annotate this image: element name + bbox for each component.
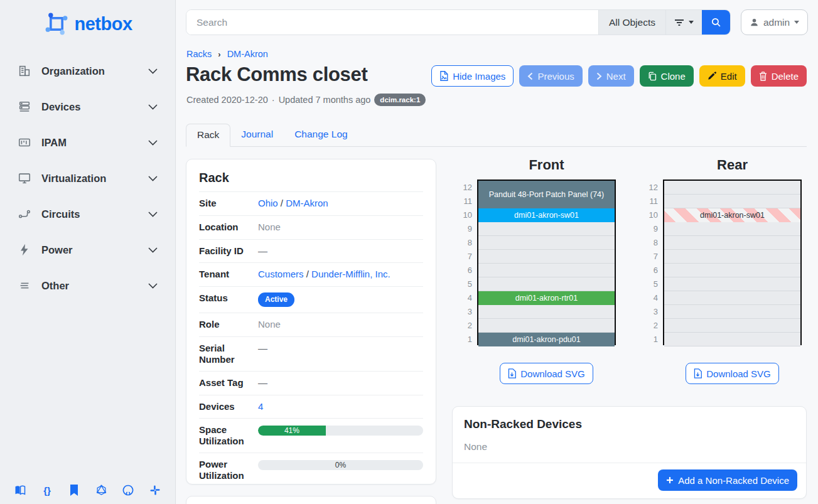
search-filter-button[interactable] bbox=[665, 10, 702, 35]
unit-number-label: 4 bbox=[456, 291, 472, 305]
copy-icon bbox=[648, 72, 657, 81]
empty-rack-unit[interactable] bbox=[664, 305, 800, 319]
tab-change-log[interactable]: Change Log bbox=[284, 124, 358, 146]
rack-device[interactable]: dmi01-akron-rtr01 bbox=[478, 291, 615, 305]
updated-text: Updated 7 months ago bbox=[279, 95, 371, 105]
netbox-logo[interactable]: netbox bbox=[0, 0, 175, 44]
empty-rack-unit[interactable] bbox=[664, 236, 800, 250]
tenant-group-link[interactable]: Customers bbox=[258, 269, 304, 279]
file-download-icon bbox=[694, 368, 702, 378]
sidebar-item-label: Power bbox=[41, 244, 148, 256]
device-count-link[interactable]: 4 bbox=[258, 401, 263, 412]
empty-rack-unit[interactable] bbox=[478, 277, 615, 291]
detail-row-status: Status Active bbox=[199, 286, 423, 313]
empty-rack-unit[interactable] bbox=[664, 333, 800, 346]
detail-row-asset-tag: Asset Tag — bbox=[199, 371, 423, 395]
detail-row-tenant: Tenant Customers / Dunder-Mifflin, Inc. bbox=[199, 262, 423, 286]
breadcrumb-site-link[interactable]: DM-Akron bbox=[227, 49, 268, 59]
search-scope-button[interactable]: All Objects bbox=[598, 10, 665, 35]
rack-device[interactable]: dmi01-akron-sw01 bbox=[478, 208, 615, 222]
rack-device[interactable]: dmi01-akron-sw01 bbox=[664, 208, 800, 222]
sidebar-item-devices[interactable]: Devices bbox=[0, 96, 175, 117]
sidebar-item-organization[interactable]: Organization bbox=[0, 60, 175, 82]
empty-rack-unit[interactable] bbox=[664, 181, 800, 195]
tab-rack[interactable]: Rack bbox=[186, 124, 230, 147]
slack-icon[interactable] bbox=[149, 484, 161, 496]
unit-number-label: 11 bbox=[642, 195, 658, 208]
add-non-racked-device-button[interactable]: Add a Non-Racked Device bbox=[658, 469, 797, 491]
unit-number-label: 3 bbox=[642, 305, 658, 319]
user-name: admin bbox=[763, 17, 790, 28]
object-id-badge: dcim.rack:1 bbox=[374, 94, 426, 106]
github-icon[interactable] bbox=[122, 484, 134, 496]
sidebar-item-label: Other bbox=[41, 280, 148, 292]
detail-row-facility-id: Facility ID — bbox=[199, 239, 423, 263]
rack-frame-rear: dmi01-akron-sw01 bbox=[663, 180, 802, 345]
docs-book-icon[interactable] bbox=[14, 484, 26, 496]
sidebar-item-other[interactable]: Other bbox=[0, 275, 175, 296]
empty-rack-unit[interactable] bbox=[478, 305, 615, 319]
rest-api-braces-icon[interactable]: {} bbox=[41, 484, 53, 496]
empty-rack-unit[interactable] bbox=[478, 319, 615, 333]
download-svg-front-button[interactable]: Download SVG bbox=[500, 363, 593, 384]
sidebar-item-ipam[interactable]: IPAM bbox=[0, 132, 175, 153]
sidebar-nav: Organization Devices IPAM bbox=[0, 60, 175, 296]
front-title: Front bbox=[477, 157, 616, 173]
previous-button[interactable]: Previous bbox=[519, 65, 582, 87]
building-icon bbox=[18, 64, 31, 78]
unit-number-label: 7 bbox=[642, 250, 658, 264]
empty-rack-unit[interactable] bbox=[664, 250, 800, 264]
object-meta: Created 2020-12-20 · Updated 7 months ag… bbox=[186, 94, 426, 106]
empty-rack-unit[interactable] bbox=[478, 264, 615, 277]
chevron-left-icon bbox=[527, 72, 533, 80]
rack-device[interactable]: dmi01-akron-pdu01 bbox=[478, 333, 615, 346]
monitor-icon bbox=[18, 171, 31, 185]
detail-row-site: Site Ohio / DM-Akron bbox=[199, 191, 423, 215]
empty-rack-unit[interactable] bbox=[664, 195, 800, 208]
non-racked-body: None bbox=[453, 436, 806, 463]
graphql-icon[interactable] bbox=[95, 484, 107, 496]
next-button[interactable]: Next bbox=[588, 65, 634, 87]
delete-button[interactable]: Delete bbox=[751, 65, 807, 87]
empty-rack-unit[interactable] bbox=[664, 291, 800, 305]
rack-device[interactable]: Panduit 48-Port Patch Panel (74) bbox=[478, 181, 615, 208]
breadcrumb: Racks › DM-Akron bbox=[186, 49, 268, 59]
search-submit-button[interactable] bbox=[702, 10, 730, 35]
sidebar-item-label: Devices bbox=[41, 101, 148, 113]
unit-number-label: 9 bbox=[642, 222, 658, 236]
empty-rack-unit[interactable] bbox=[664, 277, 800, 291]
unit-number-label: 4 bbox=[642, 291, 658, 305]
sidebar-item-power[interactable]: Power bbox=[0, 239, 175, 260]
empty-rack-unit[interactable] bbox=[478, 236, 615, 250]
progress-fill: 41% bbox=[258, 426, 326, 436]
unit-number-label: 6 bbox=[456, 264, 472, 277]
clone-button[interactable]: Clone bbox=[640, 65, 694, 87]
unit-numbers: 121110987654321 bbox=[456, 180, 472, 346]
sidebar-item-virtualization[interactable]: Virtualization bbox=[0, 168, 175, 189]
breadcrumb-racks-link[interactable]: Racks bbox=[186, 49, 212, 59]
download-svg-rear-button[interactable]: Download SVG bbox=[686, 363, 779, 384]
unit-number-label: 3 bbox=[456, 305, 472, 319]
empty-rack-unit[interactable] bbox=[664, 319, 800, 333]
user-menu-button[interactable]: admin bbox=[741, 9, 808, 35]
meta-dot: · bbox=[272, 95, 275, 105]
unit-number-label: 12 bbox=[456, 181, 472, 195]
empty-rack-unit[interactable] bbox=[664, 264, 800, 277]
api-bookmark-icon[interactable] bbox=[68, 484, 80, 496]
unit-number-label: 2 bbox=[456, 319, 472, 333]
trash-icon bbox=[759, 72, 767, 81]
tenant-link[interactable]: Dunder-Mifflin, Inc. bbox=[311, 269, 390, 279]
tab-journal[interactable]: Journal bbox=[230, 124, 284, 146]
empty-rack-unit[interactable] bbox=[478, 250, 615, 264]
edit-button[interactable]: Edit bbox=[699, 65, 745, 87]
action-buttons: Hide Images Previous Next Clone Edit Del… bbox=[431, 65, 807, 87]
search-input[interactable] bbox=[186, 10, 598, 35]
site-region-link[interactable]: Ohio bbox=[258, 198, 278, 208]
global-search: All Objects bbox=[186, 9, 731, 35]
hide-images-button[interactable]: Hide Images bbox=[431, 65, 514, 87]
sidebar-item-circuits[interactable]: Circuits bbox=[0, 203, 175, 225]
empty-rack-unit[interactable] bbox=[478, 222, 615, 236]
empty-rack-unit[interactable] bbox=[664, 222, 800, 236]
sidebar-item-label: Organization bbox=[41, 65, 148, 77]
site-link[interactable]: DM-Akron bbox=[286, 198, 328, 208]
